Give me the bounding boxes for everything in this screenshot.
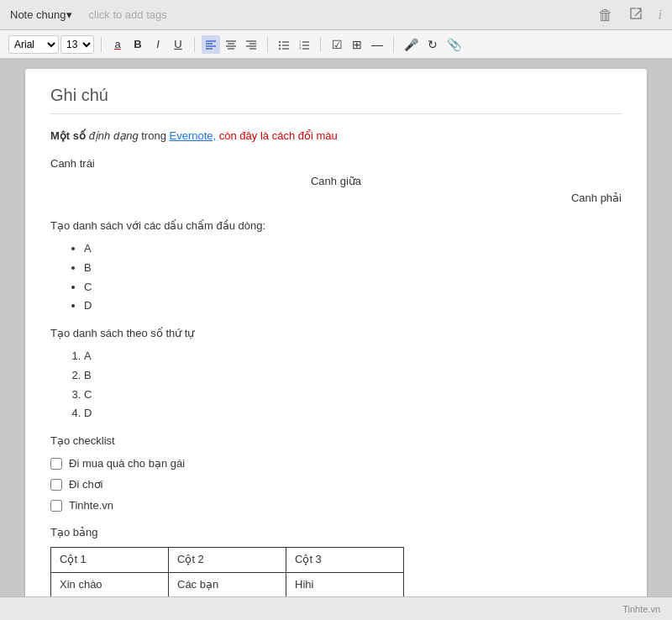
ordered-list: A B C D <box>84 348 622 423</box>
note-title[interactable]: Ghi chú <box>50 86 622 114</box>
toolbar-separator-4 <box>320 37 321 52</box>
table-header-row: Cột 1 Cột 2 Cột 3 <box>51 548 404 573</box>
table-row: Xin chào Các bạn Hihi <box>51 572 404 596</box>
within-text: trong <box>141 129 169 142</box>
checklist-label-3: Tinhte.vn <box>69 497 113 515</box>
align-center-button[interactable] <box>222 35 240 54</box>
table-button[interactable]: ⊞ <box>348 35 366 54</box>
bold-text: Một số <box>50 129 86 142</box>
svg-point-16 <box>279 47 281 49</box>
list-item: A <box>84 240 622 258</box>
status-bar: Tinhte.vn <box>0 596 672 620</box>
mic-button[interactable]: 🎤 <box>401 35 422 54</box>
list-item: D <box>84 405 622 423</box>
evernote-link[interactable]: Evernote, <box>170 129 217 142</box>
table-title: Tạo bảng <box>50 524 622 542</box>
svg-text:3.: 3. <box>299 46 302 50</box>
table-header-cell-1: Cột 1 <box>51 548 169 573</box>
notebook-selector[interactable]: Note chung ▾ <box>10 8 72 21</box>
bullet-list-button[interactable] <box>275 35 293 54</box>
attach-button[interactable]: 📎 <box>444 35 465 54</box>
checklist-label-2: Đi chơi <box>69 476 103 494</box>
checkbox-3[interactable] <box>50 500 62 512</box>
checklist: Đi mua quà cho bạn gái Đi chơi Tinhte.vn <box>50 455 622 514</box>
list-item: A <box>84 348 622 365</box>
table-cell-1-1: Xin chào <box>51 572 169 596</box>
top-bar: Note chung ▾ click to add tags 🗑 i <box>0 0 672 30</box>
color-text: còn đây là cách đổi màu <box>219 129 338 142</box>
list-item: B <box>84 260 622 277</box>
table-cell-1-2: Các bạn <box>169 572 286 596</box>
toolbar-separator-3 <box>267 37 268 52</box>
bold-button[interactable]: B <box>129 35 147 54</box>
table-header-cell-3: Cột 3 <box>286 548 404 573</box>
toolbar-separator-2 <box>194 37 195 52</box>
note-table: Cột 1 Cột 2 Cột 3 Xin chào Các bạn Hihi <box>50 547 404 596</box>
main-area: Ghi chú Một số định dạng trong Evernote,… <box>0 59 672 596</box>
font-group: Arial 13 <box>8 35 94 54</box>
table-header-cell-2: Cột 2 <box>169 548 286 573</box>
checklist-item: Đi mua quà cho bạn gái <box>50 455 622 473</box>
italic-button[interactable]: I <box>149 35 167 54</box>
info-button[interactable]: i <box>659 8 662 22</box>
svg-point-14 <box>279 44 281 45</box>
insert-group: ☑ ⊞ — <box>328 35 386 54</box>
delete-button[interactable]: 🗑 <box>598 8 613 23</box>
utility-group: 🎤 ↻ 📎 <box>401 35 465 54</box>
sync-button[interactable]: ↻ <box>423 35 442 54</box>
align-right-button[interactable] <box>242 35 260 54</box>
top-bar-actions: 🗑 i <box>598 6 662 24</box>
checklist-title: Tạo checklist <box>50 433 622 450</box>
bullet-list: A B C D <box>84 240 622 315</box>
toolbar: Arial 13 a B I U 1.2.3. ☑ ⊞ — <box>0 30 672 59</box>
share-button[interactable] <box>628 6 643 24</box>
italic-text: định dạng <box>89 129 139 142</box>
note-body[interactable]: Một số định dạng trong Evernote, còn đây… <box>50 128 622 596</box>
checklist-item: Tinhte.vn <box>50 497 622 515</box>
list-item: C <box>84 386 622 404</box>
chevron-down-icon: ▾ <box>66 8 72 21</box>
ordered-intro: Tạo danh sách theo số thứ tự <box>50 325 622 343</box>
notebook-name: Note chung <box>10 8 66 21</box>
tag-input[interactable]: click to add tags <box>89 8 167 21</box>
align-right-text: Canh phải <box>50 190 622 208</box>
list-item: C <box>84 279 622 297</box>
align-center-text: Canh giữa <box>50 173 622 191</box>
underline-color-button[interactable]: a <box>108 35 127 54</box>
toolbar-separator-1 <box>101 37 102 52</box>
align-left-button[interactable] <box>202 35 220 54</box>
checkbox-2[interactable] <box>50 479 62 491</box>
numbered-list-button[interactable]: 1.2.3. <box>295 35 313 54</box>
checklist-label-1: Đi mua quà cho bạn gái <box>69 455 185 473</box>
formatting-line: Một số định dạng trong Evernote, còn đây… <box>50 128 622 145</box>
align-group <box>202 35 260 54</box>
font-size-select[interactable]: 13 <box>60 35 94 54</box>
checkbox-button[interactable]: ☑ <box>328 35 346 54</box>
checkbox-1[interactable] <box>50 458 62 470</box>
list-group: 1.2.3. <box>275 35 313 54</box>
list-item: B <box>84 367 622 385</box>
brand-text: Tinhte.vn <box>622 604 660 614</box>
toolbar-separator-5 <box>393 37 394 52</box>
svg-point-12 <box>279 40 281 42</box>
align-left-text: Canh trái <box>50 155 622 173</box>
checklist-item: Đi chơi <box>50 476 622 494</box>
hr-button[interactable]: — <box>368 35 386 54</box>
list-item: D <box>84 297 622 315</box>
format-group: a B I U <box>108 35 187 54</box>
underline-button[interactable]: U <box>169 35 187 54</box>
font-family-select[interactable]: Arial <box>8 35 59 54</box>
note-paper: Ghi chú Một số định dạng trong Evernote,… <box>25 69 647 596</box>
bullet-intro: Tạo danh sách với các dấu chấm đầu dòng: <box>50 218 622 235</box>
alignment-section: Canh trái Canh giữa Canh phải <box>50 155 622 208</box>
table-cell-1-3: Hihi <box>286 572 404 596</box>
